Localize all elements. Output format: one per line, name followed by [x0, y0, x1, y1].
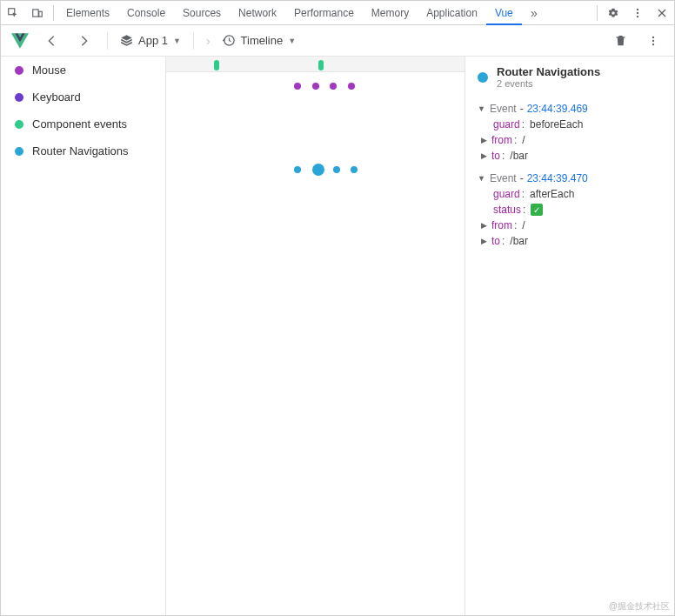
close-devtools-icon[interactable]	[650, 1, 674, 25]
timeline-lane	[166, 156, 464, 184]
history-icon	[223, 34, 236, 47]
event-property: guard:afterEach	[478, 186, 662, 202]
device-toolbar-icon[interactable]	[25, 1, 50, 25]
check-icon: ✓	[531, 204, 543, 216]
chevron-right-icon: ▶	[481, 151, 490, 160]
timeline-event-dot[interactable]	[351, 166, 358, 173]
chevron-right-icon: ▶	[481, 221, 490, 230]
layer-row[interactable]: Keyboard	[1, 84, 165, 110]
timeline-ruler	[166, 57, 464, 72]
svg-point-3	[637, 8, 638, 10]
chevron-down-icon: ▼	[288, 37, 296, 45]
event-property[interactable]: ▶to:/bar	[478, 148, 662, 164]
devtools-tab-elements[interactable]: Elements	[57, 1, 118, 25]
view-selector-label: Timeline	[241, 34, 284, 47]
event-timestamp: 23:44:39.470	[527, 172, 588, 184]
more-menu-icon[interactable]	[643, 30, 664, 51]
nav-forward-button[interactable]	[74, 30, 95, 51]
timeline-event-dot[interactable]	[312, 83, 319, 90]
property-value: /	[522, 134, 525, 146]
timeline-event-dot[interactable]	[312, 164, 324, 176]
svg-point-7	[652, 39, 654, 41]
inspector-event: ▼Event - 23:44:39.470guard:afterEachstat…	[478, 171, 662, 249]
timeline-canvas[interactable]	[166, 57, 465, 615]
devtools-tab-memory[interactable]: Memory	[363, 1, 418, 25]
separator	[193, 32, 194, 50]
layer-color-dot	[15, 120, 23, 129]
inspector-subtitle: 2 events	[497, 78, 600, 89]
layers-list: MouseKeyboardComponent eventsRouter Navi…	[1, 57, 166, 615]
timeline-ruler-mark	[318, 60, 324, 70]
settings-gear-icon[interactable]	[601, 1, 625, 25]
chevron-down-icon: ▼	[478, 104, 486, 113]
inspector-layer-dot	[478, 72, 488, 83]
svg-point-5	[637, 15, 638, 17]
event-property[interactable]: ▶from:/	[478, 218, 662, 233]
event-name: Event	[490, 172, 517, 184]
timeline-event-dot[interactable]	[294, 166, 301, 173]
event-header[interactable]: ▼Event - 23:44:39.470	[478, 171, 662, 186]
svg-point-8	[652, 43, 654, 44]
devtools-tab-application[interactable]: Application	[418, 1, 486, 25]
svg-rect-2	[39, 11, 43, 17]
chevron-down-icon: ▼	[478, 174, 486, 183]
vue-toolbar: App 1 ▼ › Timeline ▼	[1, 25, 674, 57]
devtools-tab-strip: ElementsConsoleSourcesNetworkPerformance…	[1, 1, 674, 25]
svg-rect-1	[33, 9, 38, 16]
timeline-event-dot[interactable]	[330, 83, 337, 90]
layer-row[interactable]: Mouse	[1, 57, 165, 84]
layer-label: Keyboard	[32, 90, 81, 104]
inspect-element-icon[interactable]	[1, 1, 25, 25]
timeline-lane	[166, 128, 464, 156]
timeline-lane	[166, 100, 464, 128]
property-value: afterEach	[530, 188, 574, 200]
event-property: status:✓	[478, 202, 662, 218]
devtools-tab-console[interactable]: Console	[118, 1, 174, 25]
nav-back-button[interactable]	[41, 30, 62, 51]
property-key: from	[491, 219, 512, 231]
devtools-tab-performance[interactable]: Performance	[285, 1, 363, 25]
devtools-tab-network[interactable]: Network	[230, 1, 285, 25]
svg-point-6	[652, 36, 654, 37]
app-selector-label: App 1	[138, 34, 168, 47]
layers-icon	[120, 34, 133, 47]
event-property[interactable]: ▶to:/bar	[478, 233, 662, 249]
app-selector[interactable]: App 1 ▼	[120, 34, 181, 47]
inspector-event: ▼Event - 23:44:39.469guard:beforeEach▶fr…	[478, 101, 662, 164]
event-timestamp: 23:44:39.469	[527, 103, 588, 115]
property-value: /	[522, 219, 525, 231]
timeline-lane	[166, 72, 464, 100]
layer-row[interactable]: Router Navigations	[1, 137, 165, 164]
devtools-tab-sources[interactable]: Sources	[174, 1, 230, 25]
layer-label: Component events	[32, 117, 127, 131]
timeline-event-dot[interactable]	[294, 83, 301, 90]
property-key: to	[491, 235, 500, 247]
property-value: /bar	[510, 150, 528, 162]
layer-color-dot	[15, 147, 23, 156]
layer-label: Router Navigations	[32, 144, 129, 157]
vue-logo-icon	[11, 33, 29, 49]
property-value: beforeEach	[530, 118, 583, 131]
more-tabs-icon[interactable]: »	[522, 1, 546, 25]
timeline-event-dot[interactable]	[333, 166, 340, 173]
kebab-menu-icon[interactable]	[625, 1, 650, 25]
inspector-panel: Router Navigations 2 events ▼Event - 23:…	[465, 57, 674, 615]
devtools-tab-vue[interactable]: Vue	[486, 1, 522, 25]
chevron-down-icon: ▼	[173, 37, 181, 45]
property-key: status	[493, 204, 521, 216]
separator	[53, 5, 54, 21]
timeline-event-dot[interactable]	[348, 83, 355, 90]
event-name: Event	[490, 103, 517, 115]
chevron-right-icon: ▶	[481, 136, 490, 144]
svg-point-4	[637, 11, 638, 13]
event-property[interactable]: ▶from:/	[478, 132, 662, 148]
breadcrumb-chevron-icon: ›	[206, 34, 211, 48]
main-panel: MouseKeyboardComponent eventsRouter Navi…	[1, 57, 674, 615]
clear-button[interactable]	[610, 30, 631, 51]
view-selector[interactable]: Timeline ▼	[223, 34, 297, 47]
property-key: from	[491, 134, 512, 146]
layer-row[interactable]: Component events	[1, 110, 165, 137]
layer-label: Mouse	[32, 64, 66, 77]
event-header[interactable]: ▼Event - 23:44:39.469	[478, 101, 662, 117]
property-key: guard	[493, 188, 520, 200]
